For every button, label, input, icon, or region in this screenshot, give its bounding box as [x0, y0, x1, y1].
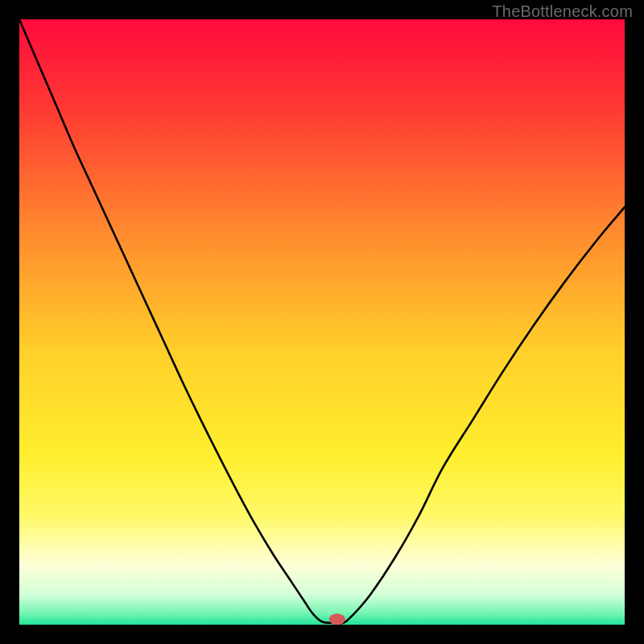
bottleneck-chart-svg [19, 19, 625, 625]
gradient-background [19, 19, 625, 625]
plot-area [19, 19, 625, 625]
watermark-label: TheBottleneck.com [492, 2, 633, 21]
optimal-marker [329, 613, 345, 625]
chart-frame: TheBottleneck.com [0, 0, 644, 644]
